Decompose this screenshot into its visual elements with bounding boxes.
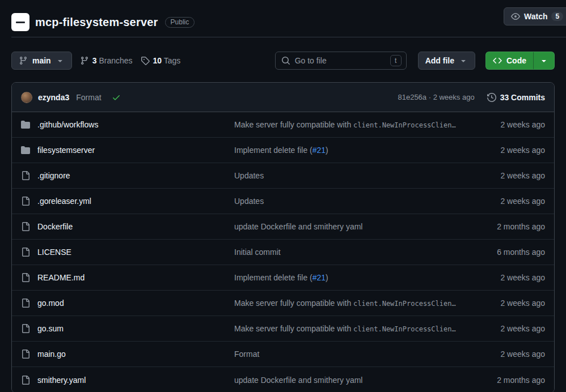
commit-message-cell: Format	[234, 350, 460, 359]
table-row: .github/workflows Make server fully comp…	[12, 112, 554, 138]
branches-text: 3 Branches	[92, 56, 133, 65]
commit-author-avatar[interactable]	[21, 92, 32, 103]
file-name-cell: go.mod	[21, 299, 234, 308]
commit-message-link[interactable]: Format	[76, 93, 101, 102]
file-link[interactable]: filesystemserver	[37, 146, 95, 155]
table-row: go.mod Make server fully compatible with…	[12, 291, 554, 316]
row-commit-message-link[interactable]: Updates	[234, 197, 264, 206]
file-link[interactable]: smithery.yaml	[37, 376, 86, 385]
code-button[interactable]: Code	[485, 52, 555, 70]
chevron-down-icon	[459, 56, 468, 65]
row-commit-message-link[interactable]: Implement delete file (#21)	[234, 273, 328, 282]
code-button-main[interactable]: Code	[486, 52, 533, 69]
current-branch-label: main	[32, 56, 51, 65]
row-commit-message-link[interactable]: Make server fully compatible with client…	[234, 299, 456, 308]
code-button-label: Code	[506, 56, 526, 65]
table-row: filesystemserver Implement delete file (…	[12, 138, 554, 163]
file-icon	[21, 324, 30, 333]
issue-link[interactable]: #21	[312, 273, 326, 282]
add-file-label: Add file	[425, 56, 454, 65]
commit-message-cell: Make server fully compatible with client…	[234, 324, 460, 333]
commit-date: 2 weeks ago	[460, 273, 545, 282]
commit-message-cell: Updates	[234, 197, 460, 206]
file-link[interactable]: go.mod	[37, 299, 64, 308]
commit-author-link[interactable]: ezynda3	[38, 93, 69, 102]
table-row: go.sum Make server fully compatible with…	[12, 316, 554, 342]
row-commit-message-link[interactable]: update Dockerfile and smithery yaml	[234, 376, 362, 385]
commit-bar-right: 81e256a · 2 weeks ago 33 Commits	[398, 93, 545, 102]
commit-date: 2 weeks ago	[460, 171, 545, 180]
commit-sha-time[interactable]: 81e256a · 2 weeks ago	[398, 93, 474, 101]
latest-commit-bar: ezynda3 Format 81e256a · 2 weeks ago 33 …	[12, 83, 554, 112]
file-icon	[21, 273, 30, 282]
row-commit-message-link[interactable]: Make server fully compatible with client…	[234, 324, 456, 333]
file-link[interactable]: go.sum	[37, 324, 64, 333]
tags-link[interactable]: 10 Tags	[141, 56, 181, 65]
commit-date: 2 weeks ago	[460, 197, 545, 206]
folder-icon	[21, 146, 30, 155]
commit-message-cell: Implement delete file (#21)	[234, 146, 460, 155]
file-name-cell: .github/workflows	[21, 120, 234, 129]
go-to-file-search[interactable]: t	[275, 52, 407, 70]
commit-message-cell: update Dockerfile and smithery yaml	[234, 222, 460, 231]
row-commit-message-link[interactable]: Format	[234, 350, 259, 359]
row-commit-message-link[interactable]: update Dockerfile and smithery yaml	[234, 222, 362, 231]
watch-button[interactable]: Watch 5	[504, 7, 566, 25]
table-row: .goreleaser.yml Updates 2 weeks ago	[12, 189, 554, 214]
toolbar: main 3 Branches 10 Tags	[11, 52, 555, 70]
header-divider	[11, 37, 566, 37]
repo-page: mcp-filesystem-server Public Watch 5 mai…	[0, 0, 566, 392]
file-name-cell: LICENSE	[21, 248, 234, 257]
watch-label: Watch	[524, 12, 547, 21]
file-link[interactable]: main.go	[37, 350, 66, 359]
file-table: ezynda3 Format 81e256a · 2 weeks ago 33 …	[11, 82, 555, 392]
commit-message-cell: update Dockerfile and smithery yaml	[234, 376, 460, 385]
file-rows: .github/workflows Make server fully comp…	[12, 112, 554, 392]
commit-date: 2 months ago	[460, 376, 545, 385]
file-name-cell: .gitignore	[21, 171, 234, 180]
file-link[interactable]: README.md	[37, 273, 85, 282]
commit-message-cell: Updates	[234, 171, 460, 180]
toolbar-right: t Add file Code	[275, 52, 555, 70]
commit-history-link[interactable]: 33 Commits	[487, 93, 545, 102]
file-link[interactable]: Dockerfile	[37, 222, 73, 231]
code-dropdown-caret[interactable]	[533, 52, 554, 69]
row-commit-message-link[interactable]: Updates	[234, 171, 264, 180]
search-input[interactable]	[295, 56, 386, 65]
file-link[interactable]: .goreleaser.yml	[37, 197, 91, 206]
inline-code: client.NewInProcessClien…	[353, 325, 456, 333]
file-link[interactable]: .gitignore	[37, 171, 70, 180]
file-icon	[21, 197, 30, 206]
file-name-cell: main.go	[21, 350, 234, 359]
visibility-badge: Public	[165, 17, 195, 28]
file-name-cell: README.md	[21, 273, 234, 282]
branches-link[interactable]: 3 Branches	[80, 56, 133, 65]
file-name-cell: smithery.yaml	[21, 376, 234, 385]
add-file-button[interactable]: Add file	[418, 52, 475, 70]
commit-date: 2 weeks ago	[460, 146, 545, 155]
chevron-down-icon	[56, 56, 65, 65]
issue-link[interactable]: #21	[312, 146, 326, 155]
tag-icon	[141, 56, 150, 65]
repo-avatar	[11, 13, 29, 31]
checks-status-icon[interactable]	[112, 93, 121, 102]
inline-code: client.NewInProcessClien…	[353, 121, 456, 129]
row-commit-message-link[interactable]: Make server fully compatible with client…	[234, 120, 456, 129]
code-icon	[493, 56, 502, 65]
row-commit-message-link[interactable]: Initial commit	[234, 248, 281, 257]
commit-date: 2 weeks ago	[460, 299, 545, 308]
repo-title: mcp-filesystem-server	[35, 16, 158, 29]
search-icon	[281, 56, 290, 65]
file-link[interactable]: LICENSE	[37, 248, 71, 257]
commit-date: 2 weeks ago	[460, 350, 545, 359]
table-row: README.md Implement delete file (#21) 2 …	[12, 265, 554, 291]
file-name-cell: go.sum	[21, 324, 234, 333]
eye-icon	[511, 12, 520, 21]
commit-date: 2 months ago	[460, 222, 545, 231]
row-commit-message-link[interactable]: Implement delete file (#21)	[234, 146, 328, 155]
file-icon	[21, 350, 30, 359]
branch-selector[interactable]: main	[11, 52, 72, 70]
file-link[interactable]: .github/workflows	[37, 120, 98, 129]
table-row: smithery.yaml update Dockerfile and smit…	[12, 367, 554, 392]
tags-text: 10 Tags	[153, 56, 181, 65]
